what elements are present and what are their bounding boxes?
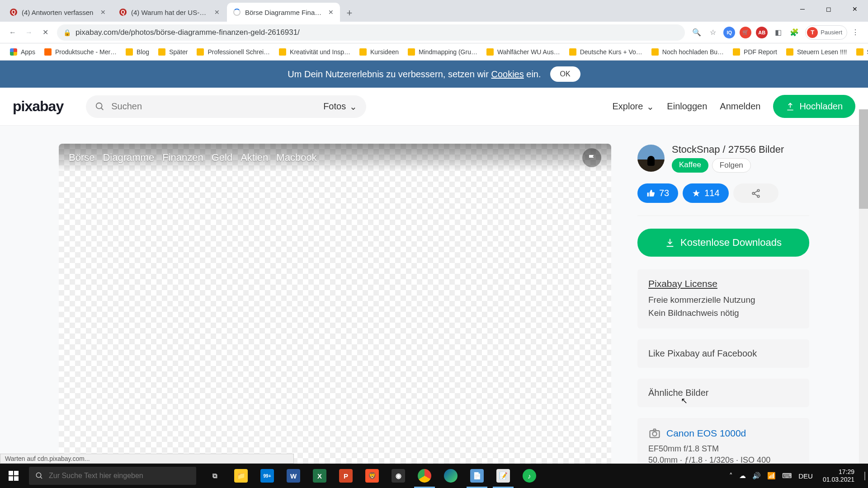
bookmark-item[interactable]: Blog <box>121 48 154 56</box>
scrollbar-thumb[interactable] <box>859 109 868 209</box>
chrome-menu-button[interactable]: ⋮ <box>847 28 863 37</box>
bookmark-item[interactable]: Steuern Videos wic… <box>852 48 868 56</box>
author-name-link[interactable]: StockSnap / 27556 Bilder <box>672 144 784 155</box>
network-icon[interactable]: 📶 <box>767 472 776 480</box>
extension-cart-icon[interactable]: 🛒 <box>737 24 754 41</box>
vertical-scrollbar[interactable] <box>859 109 868 464</box>
extensions-puzzle-icon[interactable]: 🧩 <box>786 24 802 41</box>
coffee-button[interactable]: Kaffee <box>672 158 708 173</box>
file-explorer-app[interactable]: 📁 <box>228 464 254 488</box>
image-tag[interactable]: Finanzen <box>162 152 203 164</box>
facebook-like-panel[interactable]: Like Pixabay auf Facebook <box>637 339 809 368</box>
stop-reload-button[interactable]: ✕ <box>37 24 53 41</box>
pixabay-logo[interactable]: pixabay <box>13 98 63 115</box>
notifications-icon[interactable] <box>864 472 865 480</box>
extension-generic-icon[interactable]: ◧ <box>770 24 786 41</box>
profile-button[interactable]: T Pausiert <box>805 25 847 40</box>
notes-app[interactable]: 📄 <box>464 464 490 488</box>
bookmark-star-icon[interactable]: ☆ <box>705 24 721 41</box>
camera-model-link[interactable]: Canon EOS 1000d <box>666 428 746 439</box>
obs-app[interactable]: ◉ <box>385 464 411 488</box>
close-icon[interactable]: ✕ <box>214 9 220 16</box>
bookmark-item[interactable]: Kursideen <box>355 48 403 56</box>
search-icon <box>35 472 43 480</box>
keyboard-icon[interactable]: ⌨ <box>782 472 792 480</box>
search-category-dropdown[interactable]: Fotos ⌄ <box>323 101 357 112</box>
powerpoint-app[interactable]: P <box>333 464 359 488</box>
chrome-app[interactable] <box>411 464 438 488</box>
back-button[interactable]: ← <box>5 24 21 41</box>
image-tag[interactable]: Diagramme <box>103 152 154 164</box>
author-avatar[interactable] <box>637 145 665 172</box>
spotify-app[interactable]: ♪ <box>516 464 542 488</box>
loading-spinner-icon <box>233 9 241 16</box>
bookmark-icon <box>408 48 415 56</box>
windows-logo-icon <box>9 471 19 481</box>
mail-app[interactable]: 99+ <box>254 464 280 488</box>
svg-line-5 <box>754 191 757 193</box>
image-tag[interactable]: Macbook <box>276 152 316 164</box>
bookmark-item[interactable]: Wahlfächer WU Aus… <box>482 48 565 56</box>
cookies-link[interactable]: Cookies <box>491 69 524 79</box>
window-maximize-button[interactable]: ◻ <box>816 0 842 18</box>
close-icon[interactable]: ✕ <box>100 9 106 16</box>
bookmark-item[interactable]: Deutsche Kurs + Vo… <box>565 48 647 56</box>
apps-button[interactable]: Apps <box>5 48 40 56</box>
onedrive-icon[interactable]: ☁ <box>739 472 746 480</box>
license-link[interactable]: Pixabay License <box>648 278 798 289</box>
extension-iq-icon[interactable]: IQ <box>721 24 737 41</box>
window-minimize-button[interactable]: ─ <box>789 0 816 18</box>
explore-dropdown[interactable]: Explore⌄ <box>613 101 655 112</box>
browser-tab[interactable]: Q (4) Warum hat der US-Aktienma ✕ <box>113 3 226 22</box>
bookmark-item[interactable]: Noch hochladen Bu… <box>647 48 728 56</box>
bookmark-item[interactable]: Später <box>154 48 192 56</box>
bookmark-item[interactable]: Steuern Lesen !!!! <box>782 48 852 56</box>
share-button[interactable] <box>733 183 778 203</box>
tray-overflow-icon[interactable]: ˄ <box>729 472 733 480</box>
close-icon[interactable]: ✕ <box>328 9 334 16</box>
window-close-button[interactable]: ✕ <box>842 0 868 18</box>
image-tag[interactable]: Geld <box>212 152 232 164</box>
brave-app[interactable]: 🦁 <box>359 464 385 488</box>
taskbar-search-input[interactable] <box>49 472 190 480</box>
bookmark-item[interactable]: Mindmapping (Gru… <box>403 48 482 56</box>
report-flag-button[interactable] <box>582 148 601 167</box>
browser-tab[interactable]: Q (4) Antworten verfassen ✕ <box>4 3 112 22</box>
image-tag[interactable]: Börse <box>69 152 94 164</box>
bookmark-item[interactable]: Kreativität und Insp… <box>274 48 355 56</box>
address-bar[interactable]: 🔒 pixabay.com/de/photos/börse-diagramme-… <box>57 24 685 41</box>
language-indicator[interactable]: DEU <box>798 472 813 480</box>
login-link[interactable]: Einloggen <box>667 101 707 112</box>
browser-tab-active[interactable]: Börse Diagramme Finanzen - Ko ✕ <box>227 3 340 22</box>
bookmark-item[interactable]: Professionell Schrei… <box>192 48 274 56</box>
notepad-app[interactable]: 📝 <box>490 464 516 488</box>
edge-app[interactable] <box>438 464 464 488</box>
extension-abp-icon[interactable]: AB <box>754 24 770 41</box>
forward-button[interactable]: → <box>21 24 37 41</box>
favorite-button[interactable]: 114 <box>683 183 728 203</box>
cookie-ok-button[interactable]: OK <box>550 66 580 82</box>
task-view-button[interactable]: ⧉ <box>202 464 228 488</box>
search-input[interactable] <box>111 101 317 112</box>
word-app[interactable]: W <box>280 464 307 488</box>
clock[interactable]: 17:29 01.03.2021 <box>819 468 858 483</box>
signup-link[interactable]: Anmelden <box>720 101 760 112</box>
search-bar[interactable]: Fotos ⌄ <box>86 95 366 118</box>
download-button[interactable]: Kostenlose Downloads <box>637 229 809 257</box>
taskbar-search[interactable] <box>29 467 196 485</box>
zoom-icon[interactable]: 🔍 <box>689 24 705 41</box>
image-tag[interactable]: Aktien <box>241 152 268 164</box>
similar-images-panel[interactable]: Ähnliche Bilder <box>637 379 809 407</box>
volume-icon[interactable]: 🔊 <box>752 472 761 480</box>
excel-app[interactable]: X <box>307 464 333 488</box>
start-button[interactable] <box>0 464 27 488</box>
avatar-icon: T <box>807 27 818 38</box>
like-button[interactable]: 73 <box>637 183 678 203</box>
bookmark-item[interactable]: Produktsuche - Mer… <box>40 48 121 56</box>
camera-settings: 50.0mm · ƒ/1.8 · 1/320s · ISO 400 <box>648 455 798 464</box>
follow-button[interactable]: Folgen <box>712 158 751 173</box>
new-tab-button[interactable]: + <box>341 5 358 22</box>
bookmark-icon <box>197 48 204 56</box>
bookmark-item[interactable]: PDF Report <box>728 48 782 56</box>
upload-button[interactable]: Hochladen <box>773 95 855 118</box>
